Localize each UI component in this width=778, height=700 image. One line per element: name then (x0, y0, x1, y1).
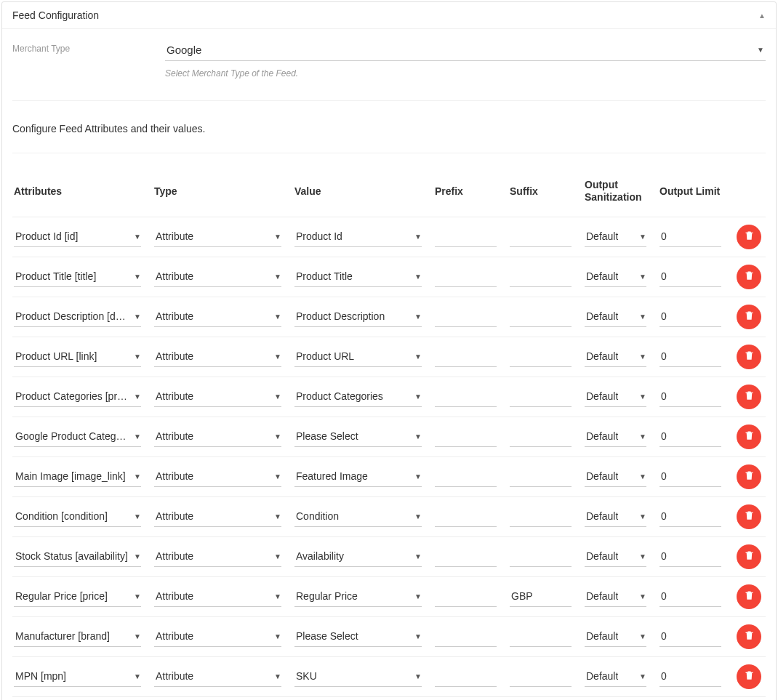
suffix-input[interactable] (510, 226, 572, 247)
delete-row-button[interactable] (737, 624, 761, 649)
delete-row-button[interactable] (737, 225, 761, 249)
prefix-input[interactable] (435, 466, 497, 487)
delete-row-button[interactable] (737, 265, 761, 289)
output-limit-input[interactable] (659, 546, 721, 567)
value-select[interactable]: Regular Price▼ (294, 586, 422, 607)
sanitization-select[interactable]: Default▼ (585, 346, 646, 367)
delete-row-button[interactable] (737, 305, 761, 329)
type-select[interactable]: Attribute▼ (154, 306, 281, 327)
suffix-input[interactable] (510, 346, 572, 367)
value-select[interactable]: SKU▼ (294, 666, 422, 687)
delete-row-button[interactable] (737, 464, 761, 489)
type-select[interactable]: Attribute▼ (154, 626, 281, 647)
prefix-input[interactable] (435, 426, 497, 447)
suffix-input[interactable] (510, 506, 572, 527)
type-select[interactable]: Attribute▼ (154, 546, 281, 567)
delete-row-button[interactable] (737, 544, 761, 569)
attribute-select[interactable]: Main Image [image_link]▼ (14, 466, 141, 487)
delete-row-button[interactable] (737, 425, 761, 449)
value-select[interactable]: Product Id▼ (294, 226, 422, 247)
collapse-icon[interactable]: ▲ (758, 12, 766, 20)
attribute-select[interactable]: Product URL [link]▼ (14, 346, 141, 367)
merchant-type-select[interactable]: Google ▼ (165, 39, 766, 61)
sanitization-select[interactable]: Default▼ (585, 506, 646, 527)
output-limit-input[interactable] (659, 306, 721, 327)
delete-row-button[interactable] (737, 385, 761, 409)
output-limit-input[interactable] (659, 626, 721, 647)
value-select[interactable]: Product Title▼ (294, 266, 422, 287)
sanitization-select[interactable]: Default▼ (585, 546, 646, 567)
suffix-input[interactable] (510, 546, 572, 567)
prefix-input[interactable] (435, 626, 497, 647)
output-limit-input[interactable] (659, 386, 721, 407)
type-select[interactable]: Attribute▼ (154, 346, 281, 367)
value-select[interactable]: Availability▼ (294, 546, 422, 567)
output-limit-input[interactable] (659, 506, 721, 527)
suffix-input[interactable] (510, 426, 572, 447)
output-limit-input[interactable] (659, 346, 721, 367)
type-select[interactable]: Attribute▼ (154, 266, 281, 287)
type-select[interactable]: Attribute▼ (154, 226, 281, 247)
attribute-select[interactable]: Manufacturer [brand]▼ (14, 626, 141, 647)
sanitization-select[interactable]: Default▼ (585, 626, 646, 647)
suffix-input[interactable] (510, 306, 572, 327)
suffix-input[interactable] (510, 386, 572, 407)
sanitization-select[interactable]: Default▼ (585, 426, 646, 447)
prefix-input[interactable] (435, 586, 497, 607)
suffix-input[interactable] (510, 586, 572, 607)
value-select[interactable]: Product URL▼ (294, 346, 422, 367)
delete-row-button[interactable] (737, 345, 761, 369)
attribute-select[interactable]: Product Title [title]▼ (14, 266, 141, 287)
sanitization-select[interactable]: Default▼ (585, 266, 646, 287)
prefix-input[interactable] (435, 506, 497, 527)
prefix-input[interactable] (435, 266, 497, 287)
output-limit-input[interactable] (659, 586, 721, 607)
delete-row-button[interactable] (737, 504, 761, 529)
type-select[interactable]: Attribute▼ (154, 426, 281, 447)
attribute-select[interactable]: Product Id [id]▼ (14, 226, 141, 247)
sanitization-select[interactable]: Default▼ (585, 666, 646, 687)
attribute-select[interactable]: Regular Price [price]▼ (14, 586, 141, 607)
delete-row-button[interactable] (737, 584, 761, 609)
prefix-input[interactable] (435, 386, 497, 407)
prefix-input[interactable] (435, 546, 497, 567)
value-select[interactable]: Product Description▼ (294, 306, 422, 327)
prefix-input[interactable] (435, 226, 497, 247)
suffix-input[interactable] (510, 666, 572, 687)
prefix-input[interactable] (435, 306, 497, 327)
prefix-input[interactable] (435, 346, 497, 367)
sanitization-select[interactable]: Default▼ (585, 386, 646, 407)
sanitization-select[interactable]: Default▼ (585, 226, 646, 247)
type-select[interactable]: Attribute▼ (154, 466, 281, 487)
attribute-select[interactable]: Product Description [de...▼ (14, 306, 141, 327)
value-select[interactable]: Please Select▼ (294, 626, 422, 647)
delete-row-button[interactable] (737, 664, 761, 689)
sanitization-select[interactable]: Default▼ (585, 306, 646, 327)
value-select[interactable]: Product Categories▼ (294, 386, 422, 407)
type-select[interactable]: Attribute▼ (154, 586, 281, 607)
sanitization-select[interactable]: Default▼ (585, 586, 646, 607)
value-select[interactable]: Condition▼ (294, 506, 422, 527)
output-limit-input[interactable] (659, 466, 721, 487)
suffix-input[interactable] (510, 266, 572, 287)
output-limit-input[interactable] (659, 666, 721, 687)
output-limit-input[interactable] (659, 226, 721, 247)
attribute-select[interactable]: Google Product Categor...▼ (14, 426, 141, 447)
type-select[interactable]: Attribute▼ (154, 666, 281, 687)
attribute-select[interactable]: Condition [condition]▼ (14, 506, 141, 527)
attribute-select[interactable]: Stock Status [availability]▼ (14, 546, 141, 567)
value-select[interactable]: Featured Image▼ (294, 466, 422, 487)
attribute-select[interactable]: Product Categories [pro...▼ (14, 386, 141, 407)
value-select[interactable]: Please Select▼ (294, 426, 422, 447)
output-limit-input[interactable] (659, 426, 721, 447)
type-select[interactable]: Attribute▼ (154, 506, 281, 527)
chevron-down-icon: ▼ (414, 552, 422, 560)
suffix-input[interactable] (510, 626, 572, 647)
chevron-down-icon: ▼ (274, 592, 281, 600)
output-limit-input[interactable] (659, 266, 721, 287)
sanitization-select[interactable]: Default▼ (585, 466, 646, 487)
attribute-select[interactable]: MPN [mpn]▼ (14, 666, 141, 687)
type-select[interactable]: Attribute▼ (154, 386, 281, 407)
prefix-input[interactable] (435, 666, 497, 687)
suffix-input[interactable] (510, 466, 572, 487)
